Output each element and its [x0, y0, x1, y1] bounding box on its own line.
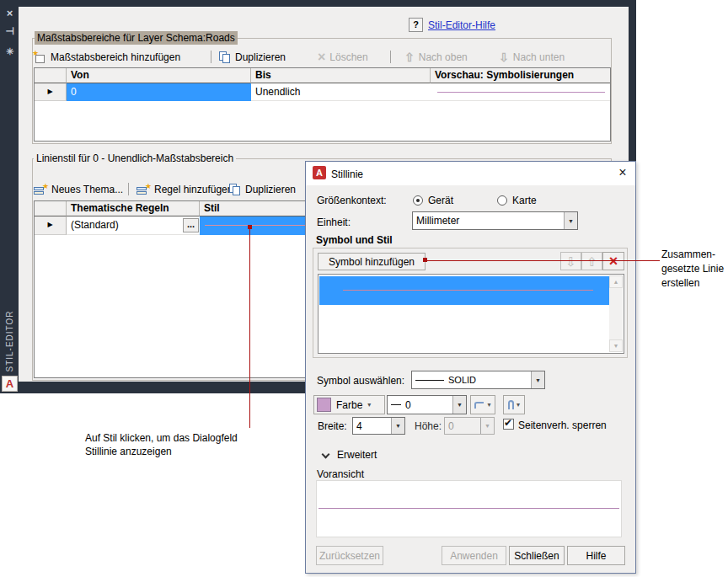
duplicate-scale-range-button[interactable]: Duplizieren	[219, 48, 286, 67]
help-button[interactable]: Hilfe	[567, 546, 625, 565]
dropdown-icon[interactable]: ▼	[452, 396, 466, 414]
column-header-bis[interactable]: Bis	[251, 68, 431, 83]
help-icon[interactable]: ?	[409, 18, 423, 32]
new-theme-button[interactable]: ★ Neues Thema...	[34, 180, 123, 199]
width-select[interactable]: 4 ▼	[352, 417, 405, 435]
symbol-list-selected-item[interactable]	[319, 276, 610, 305]
delete-scale-range-button[interactable]: × Löschen	[318, 48, 368, 67]
weight-value: 0	[405, 399, 411, 411]
annotation-line: erstellen	[661, 276, 724, 291]
toolbar-separator	[390, 51, 391, 63]
duplicate-rule-button[interactable]: Duplizieren	[229, 180, 296, 199]
cell-rule[interactable]: (Standard) ...	[67, 216, 200, 235]
close-icon[interactable]: ×	[3, 7, 16, 19]
duplicate-label: Duplizieren	[245, 184, 296, 195]
radio-map[interactable]	[497, 195, 507, 206]
rule-name: (Standard)	[71, 219, 119, 231]
annotation-click-style: Auf Stil klicken, um das Dialogfeld Stil…	[85, 431, 238, 458]
reset-button[interactable]: Zurücksetzen	[316, 546, 383, 565]
column-header-von[interactable]: Von	[67, 68, 251, 83]
row-selector[interactable]: ▶	[35, 83, 67, 101]
delete-label: Löschen	[329, 51, 367, 63]
move-down-label: Nach unten	[513, 51, 565, 63]
down-arrow-icon: ⇩	[565, 255, 576, 268]
toolbar-separator	[128, 183, 129, 195]
autocad-logo-icon: A	[2, 376, 18, 392]
dialog-close-icon[interactable]: ×	[613, 163, 633, 182]
row-selector-header[interactable]	[35, 68, 67, 83]
autocad-app-icon: A	[313, 166, 326, 179]
close-button[interactable]: Schließen	[509, 546, 565, 565]
style-editor-help-link[interactable]: Stil-Editor-Hilfe	[428, 19, 495, 31]
add-rule-label: Regel hinzufügen	[154, 184, 233, 195]
annotation-line: Zusammen-	[661, 248, 724, 262]
delete-x-icon: ×	[609, 254, 618, 269]
weight-line-sample	[391, 404, 401, 405]
lock-aspect-checkbox[interactable]: ✔	[503, 419, 514, 430]
width-label: Breite:	[318, 420, 347, 432]
duplicate-label: Duplizieren	[235, 51, 286, 63]
solid-line-sample	[415, 380, 444, 381]
annotation-line: Stillinie anzuzeigen	[85, 445, 238, 458]
dropdown-icon[interactable]: ▼	[391, 418, 404, 434]
new-theme-label: Neues Thema...	[51, 184, 123, 195]
add-scale-range-button[interactable]: ★ Maßstabsbereich hinzufügen	[33, 48, 180, 67]
dropdown-icon: ▾	[367, 401, 371, 409]
symbol-move-up-button[interactable]: ⇧	[581, 252, 602, 270]
line-weight-select[interactable]: 0 ▼	[387, 395, 467, 414]
line-join-button[interactable]: ▾	[470, 395, 495, 414]
move-up-button[interactable]: ⇧ Nach oben	[404, 48, 468, 67]
cell-bis[interactable]: Unendlich	[251, 83, 431, 101]
advanced-expander-label[interactable]: Erweitert	[337, 449, 377, 461]
up-arrow-icon: ⇧	[586, 255, 597, 268]
row-arrow-icon: ▶	[47, 88, 52, 95]
symbol-move-down-button[interactable]: ⇩	[560, 252, 581, 270]
autohide-pin-icon[interactable]: ⊣	[3, 25, 16, 38]
size-context-label: Größenkontext:	[317, 195, 387, 206]
annotation-line: gesetzte Linie	[661, 262, 724, 276]
add-symbol-button[interactable]: Symbol hinzufügen	[318, 253, 426, 270]
row-arrow-icon: ▶	[47, 221, 52, 228]
line-preview	[318, 508, 619, 509]
color-picker-button[interactable]: Farbe ▾	[313, 395, 385, 414]
height-select[interactable]: 0 ▼	[444, 417, 495, 435]
cell-preview[interactable]	[431, 83, 610, 101]
symbol-select[interactable]: SOLID ▼	[411, 371, 545, 389]
row-selector[interactable]: ▶	[35, 216, 67, 235]
radio-device[interactable]	[413, 195, 423, 206]
cell-von[interactable]: 0	[67, 83, 251, 101]
row-selector-header[interactable]	[35, 201, 67, 216]
scroll-up-icon[interactable]: ▲	[609, 275, 623, 288]
move-down-button[interactable]: ⇩ Nach unten	[499, 48, 565, 67]
rule-ellipsis-button[interactable]: ...	[183, 218, 199, 232]
radio-map-label[interactable]: Karte	[512, 195, 537, 206]
scroll-down-icon[interactable]: ▼	[609, 339, 623, 352]
delete-icon: ×	[318, 51, 325, 63]
select-symbol-label: Symbol auswählen:	[317, 375, 404, 387]
add-scale-range-icon: ★	[33, 51, 46, 64]
line-cap-button[interactable]: ▾	[503, 395, 525, 414]
properties-gear-icon[interactable]: ✳	[3, 45, 16, 58]
apply-button[interactable]: Anwenden	[442, 546, 506, 565]
unit-label: Einheit:	[317, 216, 351, 228]
column-header-rules[interactable]: Thematische Regeln	[67, 201, 200, 216]
symbol-list[interactable]: ▲ ▼	[318, 274, 624, 354]
line-cap-icon	[508, 400, 514, 409]
color-swatch	[317, 398, 331, 412]
add-rule-button[interactable]: ★ Regel hinzufügen	[136, 180, 233, 199]
dialog-title: Stillinie	[331, 168, 363, 180]
check-icon: ✔	[504, 417, 512, 429]
toolbar-separator	[211, 51, 211, 63]
dropdown-icon[interactable]: ▼	[564, 212, 577, 229]
column-header-vorschau[interactable]: Vorschau: Symbolisierungen	[431, 68, 610, 83]
dropdown-icon[interactable]: ▼	[531, 371, 544, 388]
unit-select[interactable]: Millimeter ▼	[412, 211, 578, 230]
annotation-line: Auf Stil klicken, um das Dialogfeld	[85, 431, 238, 445]
radio-device-label[interactable]: Gerät	[428, 195, 453, 206]
symbol-delete-button[interactable]: ×	[602, 252, 624, 270]
height-label: Höhe:	[415, 420, 442, 432]
style-preview	[316, 480, 622, 537]
scrollbar[interactable]: ▲ ▼	[609, 275, 623, 352]
dropdown-icon: ▾	[517, 401, 520, 409]
lock-aspect-label[interactable]: Seitenverh. sperren	[518, 419, 607, 431]
